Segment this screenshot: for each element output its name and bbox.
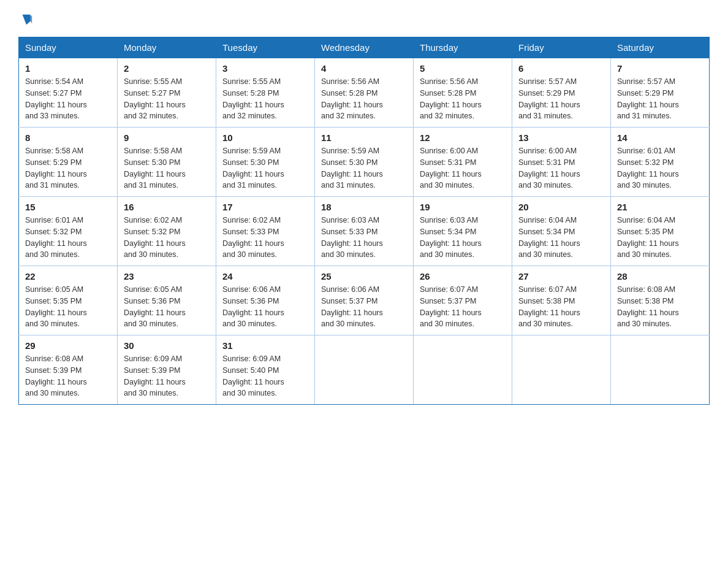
day-number: 3 [222, 63, 308, 74]
calendar-day-cell: 6Sunrise: 5:57 AMSunset: 5:29 PMDaylight… [512, 58, 611, 128]
day-info: Sunrise: 6:08 AMSunset: 5:38 PMDaylight:… [617, 284, 703, 330]
day-info: Sunrise: 5:58 AMSunset: 5:30 PMDaylight:… [124, 145, 210, 191]
calendar-day-cell: 25Sunrise: 6:06 AMSunset: 5:37 PMDayligh… [315, 266, 414, 335]
calendar-empty-cell [315, 335, 414, 405]
calendar-day-cell: 23Sunrise: 6:05 AMSunset: 5:36 PMDayligh… [118, 266, 216, 335]
calendar-day-cell: 24Sunrise: 6:06 AMSunset: 5:36 PMDayligh… [216, 266, 315, 335]
day-number: 1 [25, 63, 111, 74]
calendar-day-cell: 7Sunrise: 5:57 AMSunset: 5:29 PMDaylight… [611, 58, 710, 128]
calendar-day-cell: 9Sunrise: 5:58 AMSunset: 5:30 PMDaylight… [118, 128, 216, 197]
day-info: Sunrise: 5:56 AMSunset: 5:28 PMDaylight:… [420, 76, 506, 122]
calendar-day-cell: 1Sunrise: 5:54 AMSunset: 5:27 PMDaylight… [19, 58, 118, 128]
logo-triangle-icon [20, 12, 33, 26]
day-info: Sunrise: 6:05 AMSunset: 5:35 PMDaylight:… [25, 284, 111, 330]
day-info: Sunrise: 6:04 AMSunset: 5:34 PMDaylight:… [518, 215, 604, 261]
day-number: 23 [124, 271, 210, 282]
calendar-week-row: 29Sunrise: 6:08 AMSunset: 5:39 PMDayligh… [19, 335, 710, 405]
day-number: 10 [222, 132, 308, 143]
day-number: 22 [25, 271, 111, 282]
page-header [18, 12, 710, 26]
day-number: 17 [222, 202, 308, 212]
calendar-table: SundayMondayTuesdayWednesdayThursdayFrid… [18, 37, 710, 405]
calendar-day-cell: 21Sunrise: 6:04 AMSunset: 5:35 PMDayligh… [611, 197, 710, 266]
day-info: Sunrise: 6:02 AMSunset: 5:32 PMDaylight:… [124, 215, 210, 261]
day-info: Sunrise: 5:56 AMSunset: 5:28 PMDaylight:… [321, 76, 407, 122]
day-info: Sunrise: 5:55 AMSunset: 5:28 PMDaylight:… [222, 76, 308, 122]
day-info: Sunrise: 6:09 AMSunset: 5:40 PMDaylight:… [222, 353, 308, 399]
day-info: Sunrise: 5:59 AMSunset: 5:30 PMDaylight:… [321, 145, 407, 191]
day-number: 2 [124, 63, 210, 74]
weekday-header-sunday: Sunday [19, 37, 118, 58]
day-number: 11 [321, 132, 407, 143]
day-info: Sunrise: 6:09 AMSunset: 5:39 PMDaylight:… [124, 353, 210, 399]
day-number: 8 [25, 132, 111, 143]
calendar-day-cell: 16Sunrise: 6:02 AMSunset: 5:32 PMDayligh… [118, 197, 216, 266]
day-info: Sunrise: 6:07 AMSunset: 5:38 PMDaylight:… [518, 284, 604, 330]
calendar-empty-cell [512, 335, 611, 405]
day-info: Sunrise: 6:00 AMSunset: 5:31 PMDaylight:… [518, 145, 604, 191]
day-number: 9 [124, 132, 210, 143]
calendar-empty-cell [611, 335, 710, 405]
day-number: 27 [518, 271, 604, 282]
weekday-header-saturday: Saturday [611, 37, 710, 58]
day-info: Sunrise: 6:01 AMSunset: 5:32 PMDaylight:… [25, 215, 111, 261]
calendar-day-cell: 15Sunrise: 6:01 AMSunset: 5:32 PMDayligh… [19, 197, 118, 266]
day-info: Sunrise: 6:06 AMSunset: 5:36 PMDaylight:… [222, 284, 308, 330]
day-number: 6 [518, 63, 604, 74]
calendar-day-cell: 27Sunrise: 6:07 AMSunset: 5:38 PMDayligh… [512, 266, 611, 335]
day-number: 28 [617, 271, 703, 282]
calendar-day-cell: 28Sunrise: 6:08 AMSunset: 5:38 PMDayligh… [611, 266, 710, 335]
calendar-day-cell: 3Sunrise: 5:55 AMSunset: 5:28 PMDaylight… [216, 58, 315, 128]
day-number: 25 [321, 271, 407, 282]
logo [18, 12, 33, 26]
day-number: 4 [321, 63, 407, 74]
day-number: 29 [25, 340, 111, 351]
day-number: 19 [420, 202, 506, 212]
day-info: Sunrise: 6:01 AMSunset: 5:32 PMDaylight:… [617, 145, 703, 191]
day-number: 14 [617, 132, 703, 143]
day-number: 15 [25, 202, 111, 212]
day-info: Sunrise: 5:58 AMSunset: 5:29 PMDaylight:… [25, 145, 111, 191]
calendar-header-row: SundayMondayTuesdayWednesdayThursdayFrid… [19, 37, 710, 58]
day-info: Sunrise: 6:04 AMSunset: 5:35 PMDaylight:… [617, 215, 703, 261]
calendar-day-cell: 11Sunrise: 5:59 AMSunset: 5:30 PMDayligh… [315, 128, 414, 197]
day-info: Sunrise: 6:06 AMSunset: 5:37 PMDaylight:… [321, 284, 407, 330]
calendar-day-cell: 10Sunrise: 5:59 AMSunset: 5:30 PMDayligh… [216, 128, 315, 197]
calendar-week-row: 8Sunrise: 5:58 AMSunset: 5:29 PMDaylight… [19, 128, 710, 197]
weekday-header-monday: Monday [118, 37, 216, 58]
day-info: Sunrise: 6:07 AMSunset: 5:37 PMDaylight:… [420, 284, 506, 330]
day-number: 31 [222, 340, 308, 351]
calendar-day-cell: 22Sunrise: 6:05 AMSunset: 5:35 PMDayligh… [19, 266, 118, 335]
day-info: Sunrise: 6:03 AMSunset: 5:34 PMDaylight:… [420, 215, 506, 261]
day-info: Sunrise: 5:57 AMSunset: 5:29 PMDaylight:… [518, 76, 604, 122]
calendar-week-row: 22Sunrise: 6:05 AMSunset: 5:35 PMDayligh… [19, 266, 710, 335]
calendar-day-cell: 14Sunrise: 6:01 AMSunset: 5:32 PMDayligh… [611, 128, 710, 197]
day-number: 13 [518, 132, 604, 143]
calendar-day-cell: 20Sunrise: 6:04 AMSunset: 5:34 PMDayligh… [512, 197, 611, 266]
calendar-day-cell: 8Sunrise: 5:58 AMSunset: 5:29 PMDaylight… [19, 128, 118, 197]
weekday-header-thursday: Thursday [414, 37, 512, 58]
weekday-header-wednesday: Wednesday [315, 37, 414, 58]
day-number: 16 [124, 202, 210, 212]
day-number: 26 [420, 271, 506, 282]
calendar-day-cell: 4Sunrise: 5:56 AMSunset: 5:28 PMDaylight… [315, 58, 414, 128]
day-info: Sunrise: 5:59 AMSunset: 5:30 PMDaylight:… [222, 145, 308, 191]
day-info: Sunrise: 6:00 AMSunset: 5:31 PMDaylight:… [420, 145, 506, 191]
calendar-empty-cell [414, 335, 512, 405]
day-number: 18 [321, 202, 407, 212]
day-number: 30 [124, 340, 210, 351]
day-number: 20 [518, 202, 604, 212]
calendar-day-cell: 17Sunrise: 6:02 AMSunset: 5:33 PMDayligh… [216, 197, 315, 266]
calendar-day-cell: 12Sunrise: 6:00 AMSunset: 5:31 PMDayligh… [414, 128, 512, 197]
calendar-day-cell: 13Sunrise: 6:00 AMSunset: 5:31 PMDayligh… [512, 128, 611, 197]
calendar-week-row: 1Sunrise: 5:54 AMSunset: 5:27 PMDaylight… [19, 58, 710, 128]
day-number: 5 [420, 63, 506, 74]
day-info: Sunrise: 6:08 AMSunset: 5:39 PMDaylight:… [25, 353, 111, 399]
day-number: 7 [617, 63, 703, 74]
calendar-week-row: 15Sunrise: 6:01 AMSunset: 5:32 PMDayligh… [19, 197, 710, 266]
calendar-day-cell: 29Sunrise: 6:08 AMSunset: 5:39 PMDayligh… [19, 335, 118, 405]
calendar-day-cell: 26Sunrise: 6:07 AMSunset: 5:37 PMDayligh… [414, 266, 512, 335]
day-info: Sunrise: 5:55 AMSunset: 5:27 PMDaylight:… [124, 76, 210, 122]
day-info: Sunrise: 6:02 AMSunset: 5:33 PMDaylight:… [222, 215, 308, 261]
weekday-header-tuesday: Tuesday [216, 37, 315, 58]
